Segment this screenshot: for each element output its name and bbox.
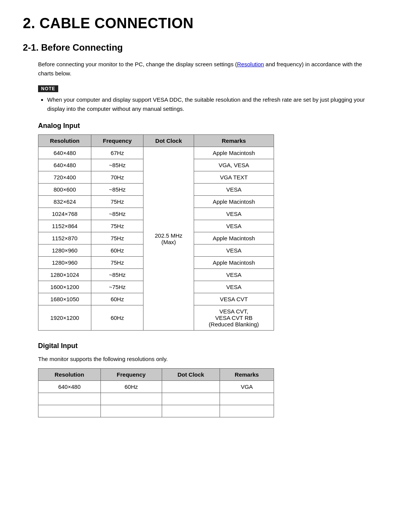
digital-input-title: Digital Input [38,342,388,350]
cell-frequency: 75Hz [91,220,143,232]
cell-frequency: 60Hz [100,381,162,393]
page-title: 2. CABLE CONNECTION [23,15,388,32]
section-title: 2-1. Before Connecting [23,42,388,53]
note-list: When your computer and display support V… [47,95,373,113]
cell-remarks: VESA [194,184,274,196]
digital-col-header-resolution: Resolution [38,369,101,381]
cell-remarks: VESA CVT [194,293,274,305]
cell-dot-clock [162,381,220,393]
cell-resolution: 1600×1200 [38,281,91,293]
col-header-frequency: Frequency [91,135,143,147]
note-item: When your computer and display support V… [47,95,373,113]
cell-frequency: ~85Hz [91,208,143,220]
cell-frequency: ~75Hz [91,281,143,293]
table-row-empty [38,393,274,405]
cell-resolution: 640×480 [38,147,91,159]
cell-frequency: 75Hz [91,257,143,269]
cell-resolution: 832×624 [38,196,91,208]
cell-resolution: 1280×960 [38,244,91,257]
cell-resolution: 800×600 [38,184,91,196]
cell-resolution: 1024×768 [38,208,91,220]
digital-col-header-remarks: Remarks [220,369,274,381]
cell-frequency: 60Hz [91,244,143,257]
cell-remarks: VGA TEXT [194,171,274,184]
cell-frequency: 67Hz [91,147,143,159]
analog-table: Resolution Frequency Dot Clock Remarks 6… [38,134,274,331]
analog-input-title: Analog Input [38,122,388,130]
cell-resolution: 1280×1024 [38,269,91,281]
cell-resolution: 1680×1050 [38,293,91,305]
digital-support-text: The monitor supports the following resol… [38,355,373,364]
analog-table-wrap: Resolution Frequency Dot Clock Remarks 6… [38,134,373,331]
cell-remarks: VESA [194,220,274,232]
cell-resolution: 1280×960 [38,257,91,269]
cell-frequency: 70Hz [91,171,143,184]
col-header-dot-clock: Dot Clock [143,135,194,147]
note-box: NOTE When your computer and display supp… [38,85,373,113]
cell-resolution: 640×480 [38,159,91,171]
note-label: NOTE [38,85,58,92]
table-row: 640×48060HzVGA [38,381,274,393]
cell-frequency: ~85Hz [91,184,143,196]
cell-resolution: 720×400 [38,171,91,184]
digital-col-header-dot-clock: Dot Clock [162,369,220,381]
cell-remarks: Apple Macintosh [194,257,274,269]
cell-frequency: 75Hz [91,232,143,244]
cell-remarks: Apple Macintosh [194,147,274,159]
intro-text-before: Before connecting your monitor to the PC… [38,61,237,67]
digital-table-header-row: Resolution Frequency Dot Clock Remarks [38,369,274,381]
cell-remarks: VESA [194,208,274,220]
col-header-remarks: Remarks [194,135,274,147]
table-row-empty [38,405,274,417]
cell-resolution: 1920×1200 [38,305,91,331]
cell-frequency: ~85Hz [91,269,143,281]
cell-remarks: VESA [194,269,274,281]
cell-remarks: VESA [194,244,274,257]
intro-paragraph: Before connecting your monitor to the PC… [38,60,373,78]
col-header-resolution: Resolution [38,135,91,147]
cell-remarks: VESA [194,281,274,293]
cell-remarks: VESA CVT,VESA CVT RB(Reduced Blanking) [194,305,274,331]
cell-remarks: VGA [220,381,274,393]
analog-table-header-row: Resolution Frequency Dot Clock Remarks [38,135,274,147]
cell-frequency: 60Hz [91,305,143,331]
cell-dot-clock: 202.5 MHz(Max) [143,147,194,331]
cell-remarks: Apple Macintosh [194,196,274,208]
cell-remarks: VGA, VESA [194,159,274,171]
cell-frequency: 75Hz [91,196,143,208]
cell-resolution: 1152×870 [38,232,91,244]
cell-remarks: Apple Macintosh [194,232,274,244]
table-row: 640×48067Hz202.5 MHz(Max)Apple Macintosh [38,147,274,159]
cell-frequency: ~85Hz [91,159,143,171]
cell-resolution: 640×480 [38,381,101,393]
cell-resolution: 1152×864 [38,220,91,232]
digital-col-header-frequency: Frequency [100,369,162,381]
digital-table-wrap: Resolution Frequency Dot Clock Remarks 6… [38,368,373,417]
digital-table: Resolution Frequency Dot Clock Remarks 6… [38,368,274,417]
resolution-link[interactable]: Resolution [237,61,264,67]
cell-frequency: 60Hz [91,293,143,305]
